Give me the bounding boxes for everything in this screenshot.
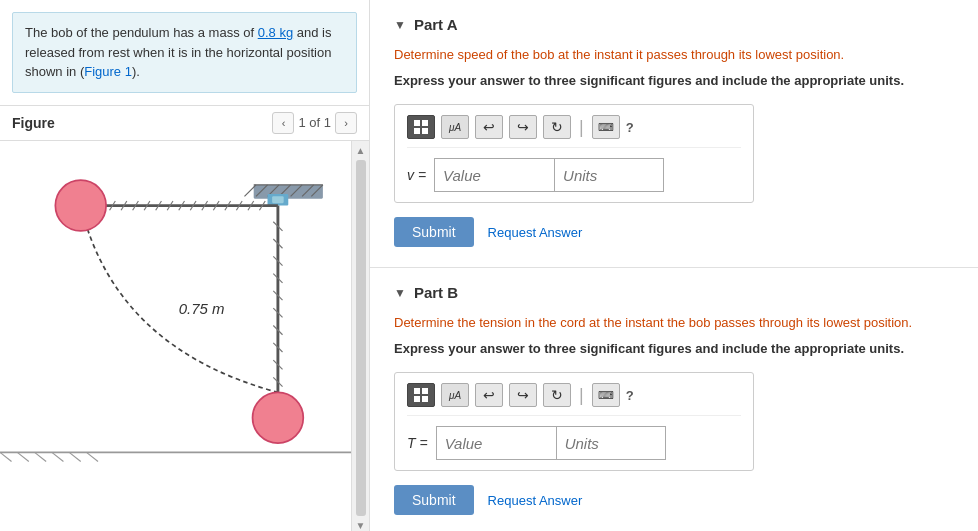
mu-button-a[interactable]: μΑ <box>441 115 469 139</box>
figure-link[interactable]: Figure 1 <box>84 64 132 79</box>
grid-icon-button-a[interactable] <box>407 115 435 139</box>
part-b-var-label: T = <box>407 435 428 451</box>
help-icon-b: ? <box>626 388 634 403</box>
description-text3: ). <box>132 64 140 79</box>
undo-button-b[interactable]: ↩ <box>475 383 503 407</box>
scroll-bar[interactable]: ▲ ▼ <box>351 141 369 532</box>
prev-figure-button[interactable]: ‹ <box>272 112 294 134</box>
part-a-submit-button[interactable]: Submit <box>394 217 474 247</box>
right-panel: ▼ Part A Determine speed of the bob at t… <box>370 0 978 531</box>
svg-rect-11 <box>272 196 284 203</box>
part-a-answer-box: μΑ ↩ ↪ ↻ | ⌨ ? v = <box>394 104 754 203</box>
left-panel: The bob of the pendulum has a mass of 0.… <box>0 0 370 531</box>
part-a-header[interactable]: ▼ Part A <box>394 16 954 33</box>
part-b-value-input[interactable] <box>436 426 556 460</box>
pendulum-figure: 0.75 m <box>0 141 369 475</box>
part-b-header[interactable]: ▼ Part B <box>394 284 954 301</box>
part-b-submit-button[interactable]: Submit <box>394 485 474 515</box>
part-b-label: Part B <box>414 284 458 301</box>
help-icon-a: ? <box>626 120 634 135</box>
part-b-actions: Submit Request Answer <box>394 485 954 515</box>
part-b-input-row: T = <box>407 426 741 460</box>
part-a-question: Determine speed of the bob at the instan… <box>394 45 954 65</box>
part-b-question: Determine the tension in the cord at the… <box>394 313 954 333</box>
part-b-request-answer-link[interactable]: Request Answer <box>488 493 583 508</box>
part-a-units-input[interactable] <box>554 158 664 192</box>
toolbar-divider-b: | <box>579 385 584 406</box>
undo-button-a[interactable]: ↩ <box>475 115 503 139</box>
refresh-button-b[interactable]: ↻ <box>543 383 571 407</box>
collapse-arrow-a: ▼ <box>394 18 406 32</box>
scroll-up-icon[interactable]: ▲ <box>356 145 366 156</box>
keyboard-button-a[interactable]: ⌨ <box>592 115 620 139</box>
description-text: The bob of the pendulum has a mass of <box>25 25 258 40</box>
collapse-arrow-b: ▼ <box>394 286 406 300</box>
part-a-value-input[interactable] <box>434 158 554 192</box>
refresh-button-a[interactable]: ↻ <box>543 115 571 139</box>
figure-page: 1 of 1 <box>298 115 331 130</box>
part-a-instruction: Express your answer to three significant… <box>394 71 954 91</box>
svg-point-42 <box>253 392 304 443</box>
part-a-input-row: v = <box>407 158 741 192</box>
part-b-section: ▼ Part B Determine the tension in the co… <box>370 268 978 531</box>
svg-point-41 <box>55 180 106 231</box>
svg-text:0.75 m: 0.75 m <box>179 299 225 316</box>
part-a-label: Part A <box>414 16 458 33</box>
part-a-actions: Submit Request Answer <box>394 217 954 247</box>
problem-description: The bob of the pendulum has a mass of 0.… <box>12 12 357 93</box>
part-a-request-answer-link[interactable]: Request Answer <box>488 225 583 240</box>
part-b-units-input[interactable] <box>556 426 666 460</box>
part-b-answer-box: μΑ ↩ ↪ ↻ | ⌨ ? T = <box>394 372 754 471</box>
highlight-mass: 0.8 kg <box>258 25 293 40</box>
redo-button-a[interactable]: ↪ <box>509 115 537 139</box>
figure-area: 0.75 m ▲ ▼ <box>0 141 369 532</box>
scroll-thumb[interactable] <box>356 160 366 517</box>
grid-icon-button-b[interactable] <box>407 383 435 407</box>
part-b-instruction: Express your answer to three significant… <box>394 339 954 359</box>
figure-header: Figure ‹ 1 of 1 › <box>0 105 369 141</box>
keyboard-button-b[interactable]: ⌨ <box>592 383 620 407</box>
figure-navigation: ‹ 1 of 1 › <box>272 112 357 134</box>
part-a-toolbar: μΑ ↩ ↪ ↻ | ⌨ ? <box>407 115 741 148</box>
next-figure-button[interactable]: › <box>335 112 357 134</box>
figure-title: Figure <box>12 115 55 131</box>
redo-button-b[interactable]: ↪ <box>509 383 537 407</box>
part-b-toolbar: μΑ ↩ ↪ ↻ | ⌨ ? <box>407 383 741 416</box>
scroll-down-icon[interactable]: ▼ <box>356 520 366 531</box>
part-a-section: ▼ Part A Determine speed of the bob at t… <box>370 0 978 268</box>
mu-button-b[interactable]: μΑ <box>441 383 469 407</box>
part-a-var-label: v = <box>407 167 426 183</box>
toolbar-divider-a: | <box>579 117 584 138</box>
